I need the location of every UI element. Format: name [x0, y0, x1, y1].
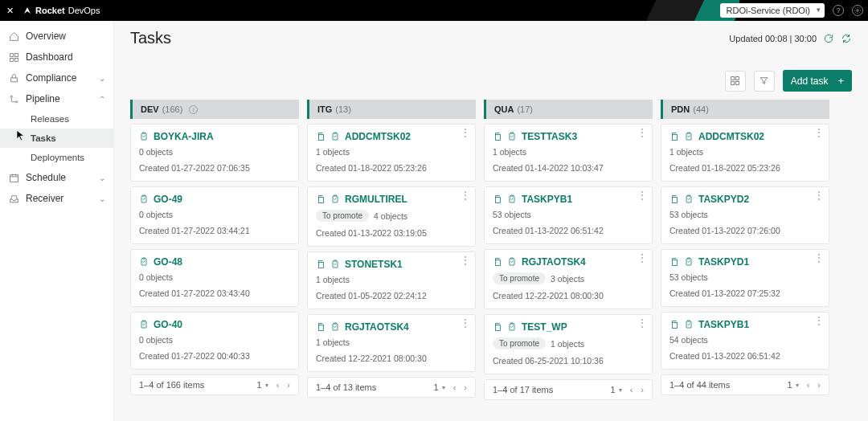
clipboard-check-icon — [330, 194, 340, 204]
column-count: (44) — [693, 104, 709, 114]
pager-next-icon[interactable]: › — [641, 385, 644, 394]
settings-icon[interactable] — [852, 5, 863, 16]
column-count: (166) — [162, 104, 183, 114]
card-title: BOYKA-JIRA — [154, 131, 214, 142]
svg-rect-21 — [319, 263, 324, 268]
task-card[interactable]: TASKPYB1⋮53 objectsCreated 01-13-2022 06… — [484, 186, 653, 244]
task-card[interactable]: TASKPYD2⋮53 objectsCreated 01-13-2022 07… — [661, 186, 829, 244]
task-card[interactable]: GO-480 objectsCreated 01-27-2022 03:43:4… — [130, 249, 299, 307]
task-card[interactable]: BOYKA-JIRA0 objectsCreated 01-27-2022 07… — [130, 124, 299, 182]
brand: Rocket DevOps — [23, 6, 100, 15]
sidebar-item-deployments[interactable]: Deployments — [0, 148, 113, 167]
pager-prev-icon[interactable]: ‹ — [453, 382, 457, 392]
clipboard-check-icon — [507, 322, 517, 332]
filter-icon[interactable] — [754, 71, 775, 92]
card-menu-icon[interactable]: ⋮ — [461, 192, 470, 198]
task-card[interactable]: TESTTASK3⋮1 objectsCreated 01-14-2022 10… — [484, 124, 653, 182]
cursor-icon — [16, 130, 26, 141]
pager-range: 1–4 of 13 items — [316, 382, 376, 392]
sidebar-item-overview[interactable]: Overview — [0, 26, 113, 47]
svg-rect-4 — [14, 58, 18, 61]
card-title: RGMULTIREL — [345, 194, 407, 205]
card-menu-icon[interactable]: ⋮ — [637, 192, 647, 198]
card-title: TESTTASK3 — [522, 131, 577, 142]
chevron-down-icon: ⌄ — [99, 194, 105, 203]
card-created: Created 06-25-2021 10:10:36 — [493, 356, 644, 366]
sidebar-item-dashboard[interactable]: Dashboard — [0, 47, 113, 67]
sidebar-label: Overview — [26, 31, 66, 42]
card-menu-icon[interactable]: ⋮ — [637, 255, 647, 261]
task-card[interactable]: TASKPYB1⋮54 objectsCreated 01-13-2022 06… — [661, 312, 829, 370]
clipboard-check-icon — [139, 320, 149, 329]
sidebar-item-receiver[interactable]: Receiver ⌄ — [0, 188, 113, 209]
updated-status: Updated 00:08 | 30:00 — [729, 33, 852, 44]
card-menu-icon[interactable]: ⋮ — [814, 255, 824, 261]
pager-prev-icon[interactable]: ‹ — [807, 380, 810, 390]
card-menu-icon[interactable]: ⋮ — [637, 129, 647, 136]
task-card[interactable]: RGMULTIREL⋮To promote4 objectsCreated 01… — [307, 186, 476, 247]
sidebar-item-releases[interactable]: Releases — [0, 109, 113, 129]
sidebar-label: Releases — [31, 114, 69, 124]
sidebar-label: Tasks — [31, 133, 56, 143]
task-card[interactable]: STONETSK1⋮1 objectsCreated 01-05-2022 02… — [307, 251, 476, 309]
pager-page-select[interactable]: 1 — [788, 380, 799, 390]
task-card[interactable]: GO-400 objectsCreated 01-27-2022 00:40:3… — [130, 312, 299, 370]
chevron-down-icon: ⌄ — [99, 174, 105, 182]
column-header: ITG (13) — [307, 100, 476, 119]
sidebar-item-pipeline[interactable]: Pipeline ⌃ — [0, 88, 113, 109]
pager-next-icon[interactable]: › — [287, 380, 290, 390]
column-pager: 1–4 of 17 items 1 ‹ › — [484, 379, 653, 400]
clipboard-check-icon — [507, 132, 517, 141]
card-title-row: RGJTAOTSK4 — [493, 256, 644, 268]
pager-prev-icon[interactable]: ‹ — [276, 380, 280, 390]
clipboard-check-icon — [330, 260, 340, 269]
clipboard-check-icon — [684, 257, 694, 267]
task-card[interactable]: GO-490 objectsCreated 01-27-2022 03:44:2… — [130, 186, 299, 244]
sidebar-item-tasks[interactable]: Tasks — [0, 129, 113, 148]
pager-next-icon[interactable]: › — [464, 382, 467, 392]
card-menu-icon[interactable]: ⋮ — [461, 129, 470, 136]
card-objects: 3 objects — [551, 274, 584, 284]
card-title: GO-49 — [154, 194, 182, 205]
card-menu-icon[interactable]: ⋮ — [814, 192, 824, 198]
clipboard-check-icon — [330, 132, 340, 141]
svg-rect-9 — [731, 77, 735, 80]
copy-icon — [669, 194, 679, 204]
card-menu-icon[interactable]: ⋮ — [461, 320, 470, 326]
pager-next-icon[interactable]: › — [817, 380, 821, 390]
task-card[interactable]: ADDCMTSK02⋮1 objectsCreated 01-18-2022 0… — [661, 124, 829, 182]
card-menu-icon[interactable]: ⋮ — [814, 317, 824, 324]
pager-page-select[interactable]: 1 — [257, 380, 268, 390]
task-card[interactable]: TEST_WP⋮To promote1 objectsCreated 06-25… — [484, 314, 653, 374]
page-title: Tasks — [130, 29, 171, 47]
card-created: Created 01-27-2022 07:06:35 — [139, 163, 290, 173]
sidebar-item-compliance[interactable]: Compliance ⌄ — [0, 67, 113, 88]
brand-sub: DevOps — [68, 6, 100, 15]
add-task-button[interactable]: Add task + — [783, 70, 852, 92]
task-card[interactable]: RGJTAOTSK4⋮1 objectsCreated 12-22-2021 0… — [307, 314, 476, 372]
main-content: Tasks Updated 00:08 | 30:00 Add task + D… — [114, 21, 868, 421]
sidebar-item-schedule[interactable]: Schedule ⌄ — [0, 167, 113, 188]
task-card[interactable]: RGJTAOTSK4⋮To promote3 objectsCreated 12… — [484, 249, 653, 309]
service-selector[interactable]: RDOi-Service (RDOi) — [720, 3, 825, 18]
grid-view-icon[interactable] — [725, 71, 746, 92]
refresh-icon[interactable] — [823, 33, 834, 44]
home-icon — [8, 31, 19, 42]
task-card[interactable]: TASKPYD1⋮53 objectsCreated 01-13-2022 07… — [661, 249, 829, 307]
card-menu-icon[interactable]: ⋮ — [637, 320, 647, 326]
help-icon[interactable]: ? — [833, 5, 844, 16]
card-menu-icon[interactable]: ⋮ — [461, 257, 470, 264]
pager-page-select[interactable]: 1 — [434, 382, 445, 392]
copy-icon — [493, 132, 502, 141]
close-icon[interactable]: ✕ — [0, 6, 19, 16]
card-objects: 1 objects — [316, 275, 467, 284]
task-card[interactable]: ADDCMTSK02⋮1 objectsCreated 01-18-2022 0… — [307, 124, 476, 182]
clipboard-check-icon — [684, 132, 694, 141]
pager-page-select[interactable]: 1 — [611, 385, 622, 394]
card-created: Created 01-27-2022 00:40:33 — [139, 351, 290, 361]
pager-prev-icon[interactable]: ‹ — [630, 385, 633, 394]
info-icon[interactable]: i — [189, 105, 198, 114]
sync-icon[interactable] — [841, 33, 852, 44]
card-menu-icon[interactable]: ⋮ — [814, 129, 824, 136]
card-title: TASKPYB1 — [522, 194, 572, 205]
